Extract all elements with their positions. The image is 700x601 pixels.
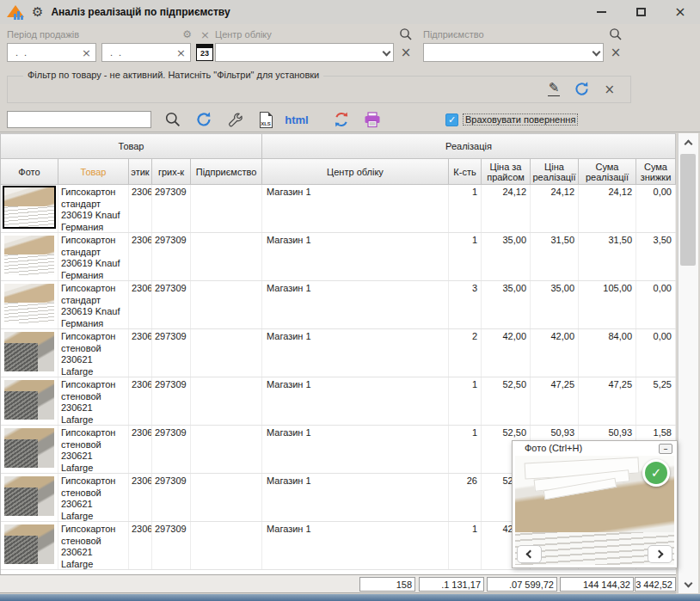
- col-discount[interactable]: Сума знижки: [636, 159, 676, 185]
- returns-checkbox[interactable]: ✓: [445, 113, 458, 126]
- col-sum-sale[interactable]: Сума реалізації: [579, 159, 636, 185]
- table-row[interactable]: Гипсокартон стеновой 230621 Lafarge Фран…: [1, 329, 676, 377]
- reload-data-button[interactable]: [332, 110, 351, 129]
- cell-photo: [1, 281, 58, 328]
- refresh-button[interactable]: [194, 110, 213, 129]
- date-to-input[interactable]: . . ×: [101, 43, 191, 62]
- refresh-icon: [195, 111, 212, 128]
- product-photo[interactable]: [4, 332, 54, 371]
- vertical-scrollbar[interactable]: [678, 133, 698, 593]
- export-html-button[interactable]: html: [287, 110, 306, 129]
- popup-minimize-button[interactable]: –: [659, 444, 672, 454]
- settings-button[interactable]: [225, 110, 244, 129]
- minimize-button[interactable]: [592, 3, 611, 21]
- cell-article: 2306: [129, 522, 152, 569]
- col-qty[interactable]: К-сть: [449, 159, 482, 185]
- product-photo[interactable]: [4, 524, 54, 564]
- product-photo[interactable]: [4, 236, 54, 275]
- product-photo[interactable]: [4, 380, 54, 420]
- photo-next-button[interactable]: [648, 545, 672, 563]
- cell-discount: 3,50: [636, 233, 676, 280]
- cell-qty: 1: [449, 233, 482, 280]
- cell-qty: 3: [449, 281, 482, 328]
- enterprise-clear-icon[interactable]: ×: [609, 45, 623, 60]
- close-button[interactable]: ×: [671, 3, 690, 21]
- col-photo[interactable]: Фото: [1, 159, 58, 185]
- filter-period: Період продажів ⚙ × . . × . . × 23: [7, 28, 213, 62]
- period-clear-icon[interactable]: ×: [200, 28, 210, 41]
- cell-product: Гипсокартон стеновой 230621 Lafarge Фран…: [58, 377, 129, 425]
- cell-enterprise: [191, 426, 262, 473]
- export-xls-button[interactable]: XLS: [256, 110, 275, 129]
- export-xls-icon: XLS: [260, 112, 273, 128]
- table-row[interactable]: Гипсокартон стеновой 230621 Lafarge Фран…: [1, 377, 676, 426]
- accounting-center-label: Центр обліку: [215, 29, 272, 40]
- filter-accounting-center: Центр обліку ×: [215, 28, 413, 62]
- enterprise-select[interactable]: [423, 43, 604, 62]
- cell-article: 2306: [129, 426, 152, 473]
- scrollbar-thumb[interactable]: [680, 154, 696, 266]
- cell-photo: [1, 522, 58, 569]
- date-to-clear-icon[interactable]: ×: [176, 47, 186, 58]
- period-settings-gear-icon[interactable]: ⚙: [182, 28, 192, 40]
- search-icon[interactable]: [399, 28, 413, 41]
- print-button[interactable]: [363, 110, 382, 129]
- returns-checkbox-label[interactable]: Враховувати повернення: [463, 113, 578, 126]
- cell-qty: 1: [449, 426, 482, 473]
- search-icon[interactable]: [609, 28, 623, 41]
- title-bar: ⚙ Аналіз реалізацій по підприємству ×: [0, 0, 700, 24]
- search-input[interactable]: [7, 111, 151, 128]
- edit-filter-pencil-icon[interactable]: ✎: [548, 82, 561, 96]
- scroll-up-button[interactable]: [679, 135, 698, 150]
- cell-price-list: 42,00: [482, 329, 531, 377]
- product-photo-large: ✓: [515, 456, 674, 565]
- total-qty: 158: [359, 577, 415, 592]
- date-from-input[interactable]: . . ×: [7, 43, 96, 62]
- cell-product: Гипсокартон стандарт 230619 Knauf Герман…: [58, 185, 129, 232]
- cell-product: Гипсокартон стандарт 230619 Knauf Герман…: [58, 281, 129, 328]
- band-product[interactable]: Товар: [1, 133, 262, 159]
- total-price-list: .1 131,17: [419, 577, 484, 592]
- summary-footer: 158 .1 131,17 .07 599,72 144 144,32 3 44…: [0, 574, 676, 593]
- col-barcode[interactable]: грих-к: [152, 159, 191, 185]
- accounting-center-clear-icon[interactable]: ×: [399, 45, 413, 60]
- cell-qty: 1: [449, 185, 482, 232]
- product-photo[interactable]: [4, 284, 54, 323]
- scroll-down-button[interactable]: [679, 576, 698, 592]
- product-filter-notice: Фільтр по товару - не активний. Натисніт…: [23, 70, 323, 80]
- cell-photo: [1, 474, 58, 521]
- gear-icon[interactable]: ⚙: [32, 6, 43, 19]
- grid-band-row: Товар Реалізація: [1, 133, 676, 159]
- col-accounting-center[interactable]: Центр обліку: [262, 159, 449, 185]
- col-price-sale[interactable]: Ціна реалізації: [531, 159, 579, 185]
- col-product[interactable]: Товар: [58, 159, 129, 185]
- col-enterprise[interactable]: Підприємство: [191, 159, 262, 185]
- calendar-icon[interactable]: 23: [196, 44, 213, 61]
- product-photo[interactable]: [4, 428, 54, 468]
- cell-enterprise: [191, 522, 262, 569]
- table-row[interactable]: Гипсокартон стандарт 230619 Knauf Герман…: [1, 281, 676, 329]
- cell-product: Гипсокартон стеновой 230621 Lafarge Фран…: [58, 522, 129, 569]
- returns-checkbox-wrap: ✓ Враховувати повернення: [445, 113, 578, 126]
- table-row[interactable]: Гипсокартон стандарт 230619 Knauf Герман…: [1, 185, 676, 233]
- col-article[interactable]: этик: [129, 159, 152, 185]
- refresh-icon[interactable]: [574, 81, 590, 97]
- photo-prev-button[interactable]: [517, 545, 542, 563]
- cell-center: Магазин 1: [262, 281, 449, 328]
- photo-popup: Фото (Ctrl+H) – ✓: [512, 440, 678, 568]
- table-row[interactable]: Гипсокартон стандарт 230619 Knauf Герман…: [1, 233, 676, 281]
- cell-price-sale: 24,12: [531, 185, 579, 232]
- search-button[interactable]: [163, 110, 182, 129]
- band-realization[interactable]: Реалізація: [262, 133, 676, 159]
- maximize-button[interactable]: [631, 3, 650, 21]
- col-price-list[interactable]: Ціна за прайсом: [482, 159, 531, 185]
- total-discount: 3 442,52: [635, 577, 676, 592]
- app-chart-icon: [7, 4, 26, 20]
- product-photo[interactable]: [4, 187, 54, 227]
- date-from-clear-icon[interactable]: ×: [82, 47, 91, 58]
- product-photo[interactable]: [4, 476, 54, 516]
- cell-enterprise: [191, 329, 262, 377]
- clear-filter-icon[interactable]: ×: [604, 82, 615, 97]
- accounting-center-select[interactable]: [215, 43, 394, 62]
- photo-popup-title: Фото (Ctrl+H): [525, 443, 582, 453]
